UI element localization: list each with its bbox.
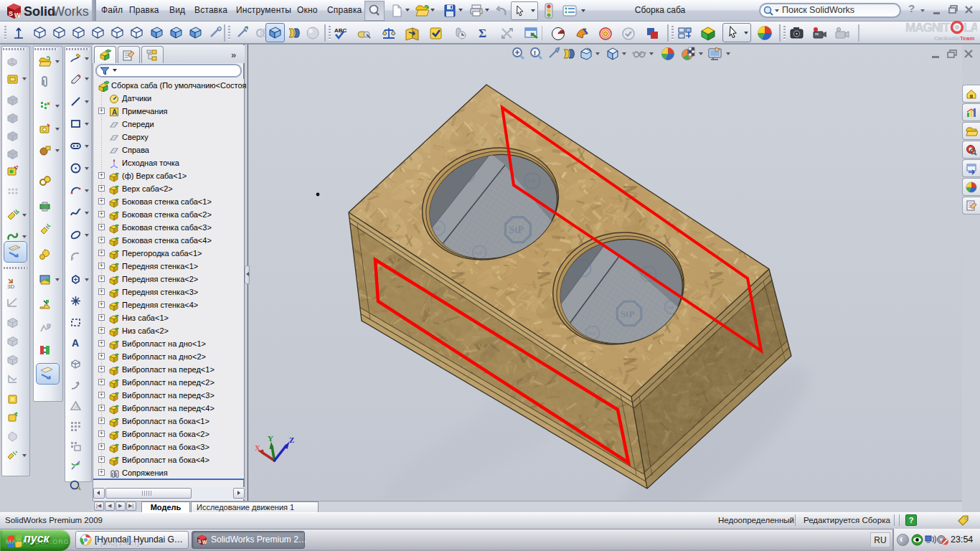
svg-text:StP: StP xyxy=(621,309,635,319)
svg-text:A: A xyxy=(75,403,79,410)
svg-text:S: S xyxy=(198,539,202,544)
svg-text:ABC: ABC xyxy=(334,27,347,34)
svg-text:StP: StP xyxy=(667,305,675,311)
svg-text:StP: StP xyxy=(461,170,471,177)
svg-text:A: A xyxy=(112,108,117,116)
svg-text:StP: StP xyxy=(577,265,587,272)
svg-text:StP: StP xyxy=(527,178,536,184)
svg-text:Team: Team xyxy=(960,35,974,42)
svg-text:Σ: Σ xyxy=(479,27,486,40)
svg-text:CarAudio: CarAudio xyxy=(934,35,960,42)
svg-text:3D: 3D xyxy=(7,283,14,290)
svg-text:W: W xyxy=(202,540,207,545)
svg-text:StP: StP xyxy=(588,331,596,336)
svg-text:Z: Z xyxy=(289,435,294,444)
svg-text:W: W xyxy=(14,11,21,19)
svg-text:A: A xyxy=(72,337,79,349)
svg-text:Works: Works xyxy=(52,4,89,19)
svg-text:!: ! xyxy=(534,50,536,57)
svg-text:Solid: Solid xyxy=(24,4,55,19)
svg-text:MAGNIT: MAGNIT xyxy=(905,21,951,34)
svg-text:S: S xyxy=(9,10,13,17)
svg-text:StP: StP xyxy=(433,225,441,232)
svg-text:LA: LA xyxy=(963,21,977,34)
svg-text:X: X xyxy=(255,443,260,452)
svg-text:StP: StP xyxy=(475,250,483,256)
svg-text:StP: StP xyxy=(509,225,524,235)
svg-text:Y: Y xyxy=(268,434,273,443)
